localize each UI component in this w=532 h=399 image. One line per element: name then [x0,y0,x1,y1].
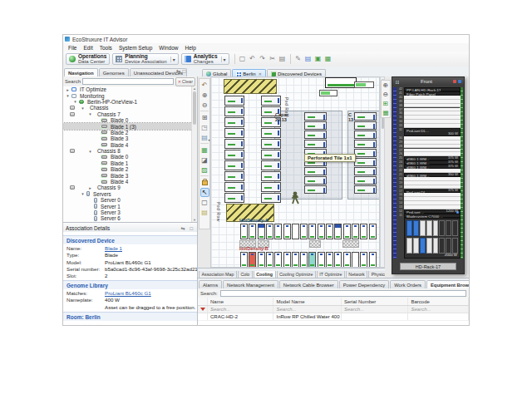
menu-edit[interactable]: Edit [80,45,96,51]
rack-device[interactable]: 32ProLiant DL...300 W [397,128,461,136]
tab-navigation[interactable]: Navigation [64,68,98,76]
tree-item-chassis[interactable]: ▾Chassis [63,105,192,111]
zoom-out-icon[interactable]: ⊖ [382,91,390,99]
maximize-icon[interactable]: □ [182,68,187,74]
mode-button-operations[interactable]: OperationsData Center [66,53,110,65]
menu-window[interactable]: Window [155,45,181,51]
expander-icon[interactable]: ▸ [87,185,93,190]
rack[interactable] [354,158,377,166]
filter-input[interactable]: Search... [208,306,274,313]
rack[interactable] [354,167,377,175]
blade[interactable] [406,238,412,254]
rack[interactable] [304,121,327,130]
tree-item-blade-4[interactable]: Blade 4 [63,142,192,148]
back-arrow-icon[interactable]: ↶ [200,81,209,90]
mode-button-analytics[interactable]: AnalyticsChanges▾ [181,53,229,65]
rack[interactable] [354,149,377,157]
column-header-name[interactable]: Name [208,298,274,305]
tab-alarms[interactable]: Alarms [199,280,222,288]
cooling-unit[interactable] [325,77,357,88]
rack[interactable] [334,252,342,268]
blade[interactable] [433,238,439,254]
expander-icon[interactable]: ▾ [72,99,78,104]
rack[interactable] [240,252,248,268]
column-header-barcode[interactable]: Barcode [408,298,469,305]
rack[interactable] [354,185,377,194]
tab-equipment-browser[interactable]: Equipment Browser» [426,280,469,288]
column-header-serial-number[interactable]: Serial Number [342,298,409,305]
blade-chassis[interactable]: 2000 W [404,218,461,259]
detail-link[interactable]: ProLiant BL460c G1 [105,290,151,296]
rack[interactable] [224,182,244,192]
expander-icon[interactable]: ▾ [65,93,71,98]
tree-item-monitoring[interactable]: ▾Monitoring [63,92,192,98]
floor-plan-canvas[interactable]: Capac20.13 C13 Pod Row Pod Row HotDensit… [210,76,380,268]
tree-item-it-optimize[interactable]: ▸IT Optimize [63,86,192,92]
expander-icon[interactable]: ▾ [80,106,86,111]
rack[interactable] [249,252,256,268]
rack[interactable] [326,224,333,239]
tree-item-chassis-7[interactable]: ▾Chassis 7 [63,111,192,117]
rack[interactable] [283,252,291,268]
tab-network-management[interactable]: Network Management [223,280,278,288]
expander-icon[interactable]: ▸ [65,87,71,92]
blade[interactable] [426,220,432,236]
rack[interactable] [360,252,367,268]
rack[interactable] [318,252,325,268]
rack[interactable] [308,224,316,239]
menu-tools[interactable]: Tools [96,45,116,51]
tree-item-chassis-8[interactable]: ▾Chassis 8 [63,148,192,154]
rack[interactable] [352,252,359,268]
rack[interactable] [261,193,281,203]
blade[interactable] [452,220,458,236]
rack[interactable] [283,224,291,239]
blade[interactable] [420,238,426,254]
blade[interactable] [452,238,458,254]
expander-icon[interactable]: ▾ [87,111,93,116]
rack[interactable] [258,224,265,239]
mode-button-planning[interactable]: PlanningDevice Association▾ [112,53,178,65]
rack[interactable] [224,150,244,160]
dropdown-caret-icon[interactable]: ▾ [170,57,175,62]
tab-network-cable-browser[interactable]: Network Cable Browser [279,280,338,288]
package-add-icon[interactable]: ▦ [324,55,332,63]
tree-item-blade-2[interactable]: Blade 2 [63,130,192,135]
rack[interactable] [249,224,256,239]
copy-tool-icon[interactable]: ▢ [200,198,209,207]
blade[interactable] [413,220,419,236]
paste-icon[interactable]: ▤ [278,55,287,63]
rack[interactable] [224,106,244,116]
zoom-in-icon[interactable]: ⊕ [200,91,209,100]
equipment-search-input[interactable] [220,290,466,297]
elevation-titlebar[interactable]: Front [392,77,464,86]
rack[interactable] [304,131,327,139]
rack[interactable] [354,176,377,185]
rack[interactable] [354,121,377,130]
rack[interactable] [261,171,281,181]
rack[interactable] [318,224,325,239]
rack[interactable] [304,140,327,148]
tree-item-server-0[interactable]: Server 0 [63,197,192,203]
rack[interactable] [274,224,282,239]
rack[interactable] [300,252,308,268]
tree-search-input[interactable] [82,78,174,85]
rack[interactable] [224,160,244,170]
tree-scrollbar[interactable]: ▲▼ [191,86,197,222]
rack[interactable] [343,252,351,268]
zoom-fit-icon[interactable]: ⊞ [382,100,390,108]
rack[interactable] [266,252,273,268]
tree-item-chassis-9[interactable]: ▸Chassis 9 [63,185,192,190]
menu-system-setup[interactable]: System Setup [116,45,155,51]
tree-item-server-3[interactable]: Server 3 [63,209,192,215]
blade[interactable] [406,220,412,236]
rack[interactable] [343,224,351,239]
rack[interactable] [261,150,281,160]
rack[interactable] [304,176,327,185]
tree-item-blade-3[interactable]: Blade 3 [63,172,192,178]
rack[interactable] [334,224,342,239]
rack[interactable] [308,252,316,268]
rack[interactable] [261,182,281,192]
blade[interactable] [446,220,451,236]
rack[interactable] [292,252,299,268]
rack[interactable] [224,128,244,138]
